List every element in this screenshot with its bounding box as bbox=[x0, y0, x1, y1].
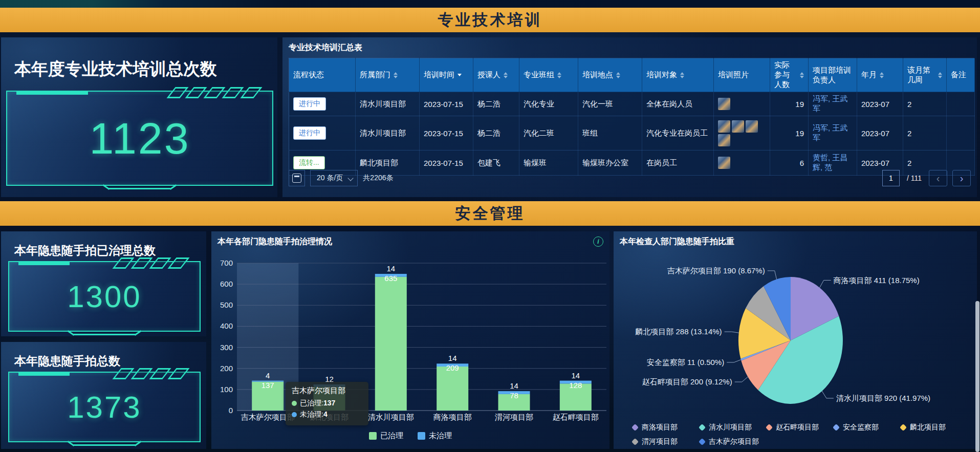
tooltip-row: 已治理:137 bbox=[292, 399, 362, 408]
manager-links[interactable]: 冯军, 王武军 bbox=[813, 123, 847, 142]
svg-text:200: 200 bbox=[220, 364, 233, 373]
svg-text:14: 14 bbox=[448, 354, 457, 362]
total-count-label: 共2206条 bbox=[363, 174, 393, 183]
total-pages-label: / 111 bbox=[907, 174, 922, 182]
photo-thumbnail[interactable] bbox=[746, 120, 758, 133]
prev-page-button[interactable]: ‹ bbox=[929, 170, 947, 186]
bar-treated[interactable] bbox=[375, 277, 407, 411]
svg-text:600: 600 bbox=[220, 279, 233, 288]
banner-safety-title: 安全管理 bbox=[455, 203, 525, 224]
legend-item[interactable]: 吉木萨尔项目部 bbox=[700, 437, 759, 446]
svg-text:500: 500 bbox=[220, 300, 233, 309]
status-badge[interactable]: 流转... bbox=[293, 156, 325, 169]
training-photos[interactable] bbox=[718, 157, 762, 169]
svg-text:128: 128 bbox=[569, 381, 582, 390]
svg-text:0: 0 bbox=[229, 406, 233, 415]
pie-label: 麟北项目部 288 (13.14%) bbox=[635, 327, 722, 336]
col-header-7: 培训照片 bbox=[714, 58, 770, 92]
x-axis-label: 清水川项目部 bbox=[368, 413, 414, 421]
sort-icon[interactable] bbox=[880, 72, 884, 78]
status-badge[interactable]: 进行中 bbox=[293, 126, 326, 140]
svg-text:209: 209 bbox=[446, 363, 459, 372]
col-header-4[interactable]: 专业班组 bbox=[519, 58, 578, 92]
x-axis-label: 赵石畔项目部 bbox=[553, 413, 599, 421]
training-photos[interactable] bbox=[718, 98, 762, 110]
pie-chart-svg: 商洛项目部 411 (18.75%)清水川项目部 920 (41.97%)赵石畔… bbox=[614, 231, 977, 449]
bar-treated[interactable] bbox=[437, 367, 468, 411]
pagination-bar: 20 条/页 共2206条 1 / 111 ‹ › bbox=[289, 169, 971, 187]
treated-total-title: 本年隐患随手拍已治理总数 bbox=[14, 243, 156, 259]
chevron-down-icon bbox=[348, 175, 354, 181]
svg-text:300: 300 bbox=[220, 343, 233, 352]
photo-thumbnail[interactable] bbox=[718, 120, 730, 133]
table-row: 进行中清水川项目部2023-07-15杨二浩汽化二班班组汽化专业在岗员工19冯军… bbox=[289, 116, 975, 150]
treated-total-card: 本年隐患随手拍已治理总数 1300 bbox=[1, 231, 206, 336]
legend-item[interactable]: 已治理 bbox=[369, 431, 403, 441]
sort-desc-icon[interactable] bbox=[458, 74, 462, 76]
bar-chart-svg: 01002003004005006007004137吉木萨尔项目部12112麟北… bbox=[211, 231, 609, 449]
next-page-button[interactable]: › bbox=[952, 170, 971, 186]
sort-icon[interactable] bbox=[680, 72, 684, 78]
dashboard: 专业技术培训 本年度专业技术培训总次数 1123 专业技术培训汇总表 流程状态所… bbox=[0, 0, 980, 452]
table-row: 进行中清水川项目部2023-07-15杨二浩汽化专业汽化一班全体在岗人员19冯军… bbox=[289, 92, 975, 116]
frame-notch-decor bbox=[109, 188, 170, 189]
training-photos[interactable] bbox=[718, 120, 762, 146]
tooltip-row: 未治理:4 bbox=[292, 410, 362, 419]
col-header-8[interactable]: 实际参与人数 bbox=[770, 58, 809, 92]
training-total-value: 1123 bbox=[7, 92, 272, 185]
x-axis-label: 商洛项目部 bbox=[433, 413, 472, 421]
training-summary-panel: 专业技术培训汇总表 流程状态所属部门培训时间授课人专业班组培训地点培训对象培训照… bbox=[282, 37, 977, 197]
col-header-1[interactable]: 所属部门 bbox=[356, 58, 420, 92]
col-header-3[interactable]: 授课人 bbox=[473, 58, 519, 92]
hazard-pie-chart-panel: 本年检查人部门隐患随手拍比重 商洛项目部 411 (18.75%)清水川项目部 … bbox=[614, 231, 977, 449]
legend-item[interactable]: 麟北项目部 bbox=[901, 423, 946, 432]
legend-item[interactable]: 渭河项目部 bbox=[633, 437, 678, 446]
sort-icon[interactable] bbox=[557, 72, 561, 78]
sort-icon[interactable] bbox=[938, 72, 942, 78]
pie-label: 赵石畔项目部 200 (9.12%) bbox=[642, 377, 732, 386]
legend-item[interactable]: 未治理 bbox=[418, 431, 452, 441]
sort-icon[interactable] bbox=[616, 72, 620, 78]
treated-total-frame: 1300 bbox=[8, 261, 201, 332]
banner-training-title: 专业技术培训 bbox=[438, 10, 542, 31]
bar-chart-legend: 已治理未治理 bbox=[211, 431, 609, 441]
legend-item[interactable]: 安全监察部 bbox=[834, 423, 879, 432]
hazard-total-value: 1373 bbox=[9, 373, 200, 441]
col-header-11[interactable]: 该月第几周 bbox=[903, 58, 947, 92]
top-map-strip bbox=[0, 0, 980, 8]
hazard-total-frame: 1373 bbox=[8, 372, 201, 442]
sort-icon[interactable] bbox=[800, 72, 804, 78]
tooltip-title: 吉木萨尔项目部 bbox=[292, 386, 362, 396]
col-header-5[interactable]: 培训地点 bbox=[578, 58, 642, 92]
photo-thumbnail[interactable] bbox=[732, 120, 744, 133]
legend-item[interactable]: 清水川项目部 bbox=[700, 423, 752, 432]
col-header-2[interactable]: 培训时间 bbox=[420, 58, 473, 92]
svg-text:14: 14 bbox=[571, 371, 580, 380]
svg-text:78: 78 bbox=[510, 391, 518, 400]
col-header-12: 备注 bbox=[947, 58, 975, 92]
manager-links[interactable]: 黄哲, 王昌辉, 范 bbox=[813, 153, 847, 171]
training-summary-table: 流程状态所属部门培训时间授课人专业班组培训地点培训对象培训照片实际参与人数项目部… bbox=[289, 58, 975, 176]
sort-icon[interactable] bbox=[394, 72, 398, 78]
legend-item[interactable]: 商洛项目部 bbox=[633, 423, 678, 432]
photo-thumbnail[interactable] bbox=[718, 134, 730, 146]
svg-text:137: 137 bbox=[262, 381, 274, 390]
page-scrollbar-thumb[interactable] bbox=[975, 301, 979, 452]
prev-page-icon: ‹ bbox=[937, 173, 940, 184]
manager-links[interactable]: 冯军, 王武军 bbox=[813, 94, 847, 113]
banner-training: 专业技术培训 bbox=[0, 8, 980, 32]
status-badge[interactable]: 进行中 bbox=[293, 97, 326, 111]
table-layout-button[interactable] bbox=[289, 170, 305, 186]
sort-icon[interactable] bbox=[504, 72, 508, 78]
col-header-9: 项目部培训负责人 bbox=[809, 58, 857, 92]
current-page-box[interactable]: 1 bbox=[882, 170, 900, 186]
col-header-10[interactable]: 年月 bbox=[857, 58, 903, 92]
hazard-bar-chart-panel: 本年各部门隐患随手拍治理情况 i 01002003004005006007004… bbox=[211, 231, 609, 449]
col-header-6[interactable]: 培训对象 bbox=[642, 58, 714, 92]
legend-item[interactable]: 赵石畔项目部 bbox=[767, 423, 819, 432]
pie-label: 商洛项目部 411 (18.75%) bbox=[834, 276, 920, 285]
photo-thumbnail[interactable] bbox=[718, 98, 730, 110]
photo-thumbnail[interactable] bbox=[718, 157, 730, 169]
page-size-select[interactable]: 20 条/页 bbox=[310, 170, 358, 186]
banner-safety: 安全管理 bbox=[0, 201, 980, 226]
